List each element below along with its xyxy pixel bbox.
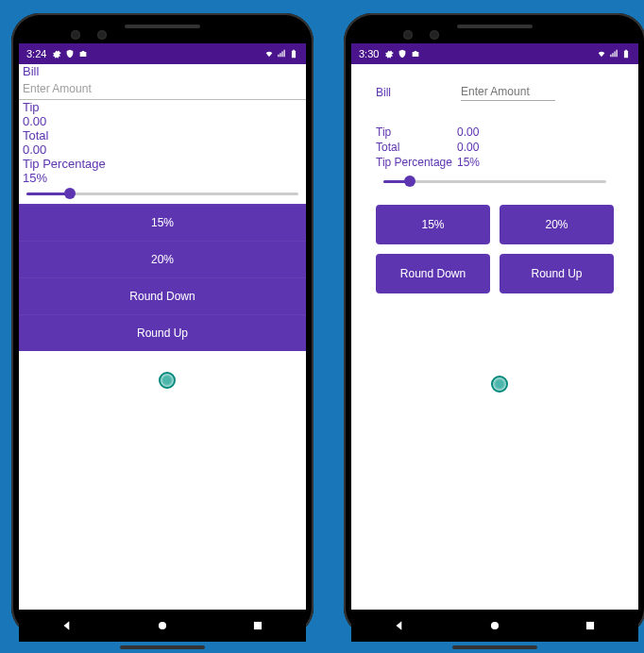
status-time: 3:30 [359,48,379,59]
screen-right: 3:30 Bill Tip 0. [351,43,638,610]
tip-label: Tip [376,126,457,139]
tip-pct-value: 15% [19,171,306,185]
tip-slider[interactable] [19,185,306,204]
tip-label: Tip [19,100,306,114]
tip-pct-label: Tip Percentage [376,156,457,169]
wifi-icon [264,49,274,59]
total-value: 0.00 [19,142,306,157]
battery-icon [289,49,298,59]
bill-label: Bill [19,64,306,78]
pct15-button[interactable]: 15% [376,205,490,244]
speaker-bottom [120,645,205,649]
nav-home-icon[interactable] [156,619,169,632]
speaker-bottom [452,645,537,649]
round-down-button[interactable]: Round Down [19,277,306,314]
tip-slider[interactable] [376,173,614,192]
status-bar: 3:24 [19,43,306,64]
phone-frame-right: 3:30 Bill Tip 0. [344,13,644,636]
svg-rect-1 [254,622,262,629]
tip-value: 0.00 [19,114,306,128]
nav-recent-icon[interactable] [251,619,264,632]
nav-back-icon[interactable] [393,619,406,632]
round-up-button[interactable]: Round Up [500,254,614,293]
status-time: 3:24 [26,48,46,59]
nav-bar [351,610,638,642]
shield-icon [398,49,407,59]
bill-label: Bill [376,86,457,99]
app-content-right: Bill Tip 0.00 Total 0.00 Tip Percentage … [351,64,638,610]
pct15-button[interactable]: 15% [19,204,306,241]
fab-icon[interactable] [159,372,176,389]
round-down-button[interactable]: Round Down [376,254,490,293]
total-value: 0.00 [457,141,479,154]
wifi-icon [597,49,606,59]
phone-frame-left: 3:24 Bill Tip 0.00 Total 0.00 Tip Percen… [11,13,314,636]
total-label: Total [376,141,457,154]
camera-row [19,30,306,40]
nav-bar [19,610,306,642]
app-content-left: Bill Tip 0.00 Total 0.00 Tip Percentage … [19,64,306,610]
briefcase-icon [411,49,420,59]
nav-back-icon[interactable] [60,619,74,632]
gear-icon [52,49,61,59]
tip-pct-value: 15% [457,156,480,169]
signal-icon [609,49,619,59]
amount-input[interactable] [19,78,306,100]
tip-value: 0.00 [457,126,479,139]
pct20-button[interactable]: 20% [500,205,614,244]
pct20-button[interactable]: 20% [19,241,306,277]
battery-icon [621,49,631,59]
amount-input[interactable] [461,83,555,101]
shield-icon [65,49,75,59]
svg-point-0 [159,622,166,629]
speaker-top [125,25,200,28]
svg-rect-3 [586,622,594,629]
briefcase-icon [78,49,88,59]
camera-row [351,30,638,40]
tip-pct-label: Tip Percentage [19,157,306,171]
gear-icon [384,49,394,59]
round-up-button[interactable]: Round Up [19,314,306,351]
status-bar: 3:30 [351,43,638,64]
nav-recent-icon[interactable] [584,619,597,632]
fab-icon[interactable] [491,376,508,393]
svg-point-2 [491,622,499,629]
speaker-top [457,25,533,28]
total-label: Total [19,128,306,142]
signal-icon [277,49,286,59]
nav-home-icon[interactable] [488,619,501,632]
screen-left: 3:24 Bill Tip 0.00 Total 0.00 Tip Percen… [19,43,306,610]
